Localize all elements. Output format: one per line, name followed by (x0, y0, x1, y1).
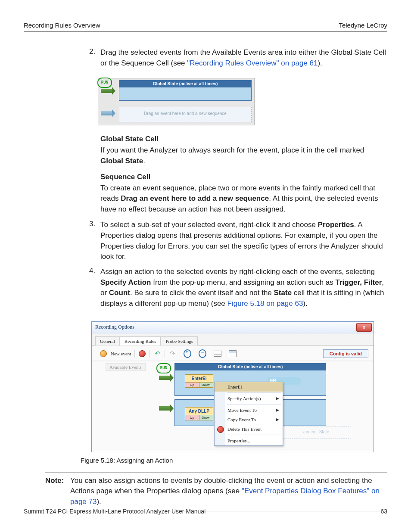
event-context-menu: EnterEl Specify Action(s)▶ Move Event To… (214, 382, 283, 446)
menu-item-enterel-header: EnterEl (215, 382, 283, 392)
step-3: 3. To select a sub-set of your selected … (89, 220, 387, 262)
event-enterel[interactable]: EnterEI UpDown (185, 374, 213, 388)
step-4-e: . Be sure to click the event itself and … (130, 289, 274, 297)
arrow-right-icon (159, 376, 170, 380)
header-left: Recording Rules Overview (24, 22, 100, 29)
zoom-out-icon[interactable] (195, 350, 206, 358)
run-badge-icon: RUN (156, 363, 171, 373)
figure-global-state-cell: RUN Global State (active at all times) D… (98, 78, 387, 125)
menu-enterel-label: EnterEl (227, 384, 242, 389)
run-badge-icon: RUN (97, 78, 112, 88)
menu-item-specify-action[interactable]: Specify Action(s)▶ (215, 394, 283, 403)
page-header: Recording Rules Overview Teledyne LeCroy (24, 22, 387, 32)
dialog-tabs: General Recording Rules Probe Settings (92, 333, 374, 345)
event-up[interactable]: Up (185, 382, 199, 387)
step-4-specify-action: Specify Action (100, 278, 151, 286)
global-state-cell: Global State (active at all times) (119, 80, 252, 101)
link-recording-rules-overview[interactable]: "Recording Rules Overview" on page 61 (187, 59, 318, 67)
gs-para-b: . (143, 157, 145, 165)
global-state-title: Global State (active at all times) (119, 81, 251, 87)
zoom-in-icon[interactable] (180, 350, 191, 358)
gs-para-a: If you want the Analyzer to always searc… (100, 146, 364, 154)
submenu-arrow-icon: ▶ (276, 417, 279, 422)
note-block: Note: You can also assign actions to eve… (45, 473, 387, 511)
heading-sequence-cell: Sequence Cell (100, 173, 387, 181)
menu-item-copy-event[interactable]: Copy Event To▶ (215, 415, 283, 424)
step-2-number: 2. (89, 47, 100, 68)
header-right: Teledyne LeCroy (339, 22, 387, 29)
menu-item-delete-event[interactable]: Delete This Event (215, 424, 283, 434)
tab-general[interactable]: General (95, 336, 120, 345)
drag-sequence-hint: Drag an event here to add a new sequence (119, 107, 252, 122)
step-3-properties: Properties (318, 221, 354, 229)
menu-properties-label: Properties... (227, 438, 250, 443)
figure-caption: Figure 5.18: Assigning an Action (81, 457, 387, 464)
menu-move-label: Move Event To (227, 408, 257, 413)
figure-recording-options-dialog: Recording Options x General Recording Ru… (91, 321, 387, 452)
redo-icon[interactable]: ↷ (165, 350, 176, 358)
new-event-label[interactable]: New event (111, 351, 131, 356)
event-up[interactable]: Up (185, 415, 199, 420)
step-4-state: State (274, 289, 292, 297)
table-view-icon[interactable] (210, 350, 221, 358)
step-3-a: To select a sub-set of your selected eve… (100, 221, 318, 229)
menu-separator (227, 392, 281, 393)
submenu-arrow-icon: ▶ (276, 408, 279, 412)
heading-global-state-cell: Global State Cell (100, 135, 387, 143)
event-any-dllp[interactable]: Any DLLP UpDown (185, 407, 213, 420)
menu-separator (227, 404, 281, 404)
close-button[interactable]: x (356, 323, 372, 332)
step-3-number: 3. (89, 220, 100, 262)
seq-para-bold: Drag an event here to add a new sequence (121, 194, 269, 202)
tab-recording-rules[interactable]: Recording Rules (120, 336, 161, 345)
menu-specify-label: Specify Action(s) (227, 396, 261, 401)
tab-probe-settings[interactable]: Probe Settings (161, 336, 198, 345)
dialog-body: Available Events RUN Global State (activ… (92, 361, 374, 452)
menu-separator (227, 435, 281, 435)
event-any-dllp-label: Any DLLP (185, 408, 213, 415)
link-figure-5-18[interactable]: Figure 5.18 on page 63 (227, 299, 303, 308)
dialog-toolbar: New event ↶ ↷ Config is valid (92, 345, 374, 361)
event-enterel-label: EnterEI (185, 375, 213, 382)
drag-another-state-hint: another State (281, 426, 351, 439)
properties-icon[interactable] (225, 350, 237, 358)
global-state-panel-title: Global State (active at all times) (175, 364, 326, 370)
delete-icon[interactable] (134, 350, 146, 358)
event-down[interactable]: Down (199, 382, 213, 387)
available-events-label: Available Events (106, 363, 146, 371)
dialog-titlebar: Recording Options x (92, 322, 374, 333)
new-event-icon[interactable] (100, 350, 107, 358)
arrow-right-icon (159, 406, 170, 411)
step-4-g: ). (303, 299, 307, 308)
menu-copy-label: Copy Event To (227, 417, 256, 422)
arrow-right-icon (101, 89, 112, 93)
menu-item-properties[interactable]: Properties... (215, 436, 283, 445)
undo-icon[interactable]: ↶ (149, 350, 161, 358)
main-content: 2. Drag the selected events from the Ava… (89, 47, 387, 464)
delete-icon (217, 426, 224, 433)
step-4-count: Count (109, 289, 130, 297)
page-footer: Summit T24 PCI Express Multi-Lane Protoc… (24, 508, 387, 515)
config-valid-badge: Config is valid (323, 349, 368, 358)
step-4-a: Assign an action to the selected events … (100, 268, 375, 276)
event-down[interactable]: Down (199, 415, 213, 420)
submenu-arrow-icon: ▶ (276, 396, 279, 401)
dialog-title: Recording Options (95, 324, 134, 330)
step-4-trigger-filter: Trigger, Filter (336, 278, 382, 286)
note-label: Note: (45, 476, 70, 507)
recording-options-dialog: Recording Options x General Recording Ru… (91, 321, 374, 452)
step-2-text-b: ). (318, 59, 322, 67)
gs-para-bold: Global State (100, 157, 143, 165)
footer-page-number: 63 (380, 508, 387, 515)
menu-item-move-event[interactable]: Move Event To▶ (215, 405, 283, 415)
step-2: 2. Drag the selected events from the Ava… (89, 47, 387, 68)
note-b: ). (97, 498, 101, 506)
step-4-number: 4. (89, 267, 100, 309)
step-4-c: from the pop-up menu, and assigning an a… (151, 278, 335, 286)
step-4: 4. Assign an action to the selected even… (89, 267, 387, 309)
menu-delete-label: Delete This Event (227, 426, 262, 432)
arrow-right-blue-icon (101, 111, 112, 115)
footer-left: Summit T24 PCI Express Multi-Lane Protoc… (24, 508, 206, 515)
